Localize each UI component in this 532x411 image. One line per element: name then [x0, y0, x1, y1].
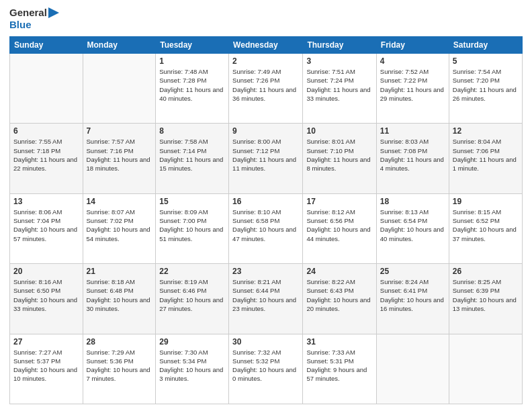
calendar-cell: 5 Sunrise: 7:54 AMSunset: 7:20 PMDayligh…: [449, 54, 522, 124]
header-day-thursday: Thursday: [303, 37, 376, 54]
svg-marker-0: [48, 7, 59, 18]
calendar-cell: [83, 54, 156, 124]
calendar-cell: 31 Sunrise: 7:33 AMSunset: 5:31 PMDaylig…: [303, 334, 376, 404]
header: General Blue: [9, 7, 523, 31]
calendar-cell: 26 Sunrise: 8:25 AMSunset: 6:39 PMDaylig…: [449, 264, 522, 334]
calendar-cell: 14 Sunrise: 8:07 AMSunset: 7:02 PMDaylig…: [83, 193, 156, 263]
calendar-cell: 17 Sunrise: 8:12 AMSunset: 6:56 PMDaylig…: [303, 193, 376, 263]
calendar-cell: 20 Sunrise: 8:16 AMSunset: 6:50 PMDaylig…: [10, 264, 83, 334]
week-row-2: 6 Sunrise: 7:55 AMSunset: 7:18 PMDayligh…: [10, 124, 523, 193]
calendar-cell: 12 Sunrise: 8:04 AMSunset: 7:06 PMDaylig…: [449, 124, 522, 193]
calendar-cell: 3 Sunrise: 7:51 AMSunset: 7:24 PMDayligh…: [303, 54, 376, 124]
calendar-cell: 1 Sunrise: 7:48 AMSunset: 7:28 PMDayligh…: [156, 54, 229, 124]
week-row-5: 27 Sunrise: 7:27 AMSunset: 5:37 PMDaylig…: [10, 334, 523, 404]
calendar-cell: 19 Sunrise: 8:15 AMSunset: 6:52 PMDaylig…: [449, 193, 522, 263]
calendar-cell: 9 Sunrise: 8:00 AMSunset: 7:12 PMDayligh…: [229, 124, 303, 193]
calendar-cell: 30 Sunrise: 7:32 AMSunset: 5:32 PMDaylig…: [229, 334, 303, 404]
calendar-cell: 16 Sunrise: 8:10 AMSunset: 6:58 PMDaylig…: [229, 193, 303, 263]
calendar-cell: 24 Sunrise: 8:22 AMSunset: 6:43 PMDaylig…: [303, 264, 376, 334]
calendar-cell: 13 Sunrise: 8:06 AMSunset: 7:04 PMDaylig…: [10, 193, 83, 263]
calendar-cell: 18 Sunrise: 8:13 AMSunset: 6:54 PMDaylig…: [376, 193, 449, 263]
week-row-1: 1 Sunrise: 7:48 AMSunset: 7:28 PMDayligh…: [10, 54, 523, 124]
header-row: SundayMondayTuesdayWednesdayThursdayFrid…: [10, 37, 523, 54]
week-row-3: 13 Sunrise: 8:06 AMSunset: 7:04 PMDaylig…: [10, 193, 523, 263]
calendar-cell: 10 Sunrise: 8:01 AMSunset: 7:10 PMDaylig…: [303, 124, 376, 193]
calendar-cell: [376, 334, 449, 404]
calendar-cell: 11 Sunrise: 8:03 AMSunset: 7:08 PMDaylig…: [376, 124, 449, 193]
calendar-cell: 29 Sunrise: 7:30 AMSunset: 5:34 PMDaylig…: [156, 334, 229, 404]
logo: General Blue: [9, 7, 59, 31]
logo-area: General Blue: [9, 7, 59, 31]
calendar-cell: 7 Sunrise: 7:57 AMSunset: 7:16 PMDayligh…: [83, 124, 156, 193]
calendar-cell: 28 Sunrise: 7:29 AMSunset: 5:36 PMDaylig…: [83, 334, 156, 404]
calendar-cell: 2 Sunrise: 7:49 AMSunset: 7:26 PMDayligh…: [229, 54, 303, 124]
logo-triangle-icon: [48, 7, 59, 18]
calendar-cell: [10, 54, 83, 124]
calendar-cell: 25 Sunrise: 8:24 AMSunset: 6:41 PMDaylig…: [376, 264, 449, 334]
calendar-cell: 27 Sunrise: 7:27 AMSunset: 5:37 PMDaylig…: [10, 334, 83, 404]
header-day-tuesday: Tuesday: [156, 37, 229, 54]
week-row-4: 20 Sunrise: 8:16 AMSunset: 6:50 PMDaylig…: [10, 264, 523, 334]
calendar-cell: [449, 334, 522, 404]
calendar-cell: 8 Sunrise: 7:58 AMSunset: 7:14 PMDayligh…: [156, 124, 229, 193]
header-day-friday: Friday: [376, 37, 449, 54]
header-day-wednesday: Wednesday: [229, 37, 303, 54]
header-day-monday: Monday: [83, 37, 156, 54]
calendar-cell: 4 Sunrise: 7:52 AMSunset: 7:22 PMDayligh…: [376, 54, 449, 124]
calendar-table: SundayMondayTuesdayWednesdayThursdayFrid…: [9, 36, 523, 404]
calendar-cell: 23 Sunrise: 8:21 AMSunset: 6:44 PMDaylig…: [229, 264, 303, 334]
calendar-page: General Blue SundayMondayTuesdayWednesda…: [0, 0, 532, 411]
header-day-sunday: Sunday: [10, 37, 83, 54]
header-day-saturday: Saturday: [449, 37, 522, 54]
calendar-cell: 22 Sunrise: 8:19 AMSunset: 6:46 PMDaylig…: [156, 264, 229, 334]
calendar-cell: 21 Sunrise: 8:18 AMSunset: 6:48 PMDaylig…: [83, 264, 156, 334]
calendar-cell: 15 Sunrise: 8:09 AMSunset: 7:00 PMDaylig…: [156, 193, 229, 263]
calendar-cell: 6 Sunrise: 7:55 AMSunset: 7:18 PMDayligh…: [10, 124, 83, 193]
